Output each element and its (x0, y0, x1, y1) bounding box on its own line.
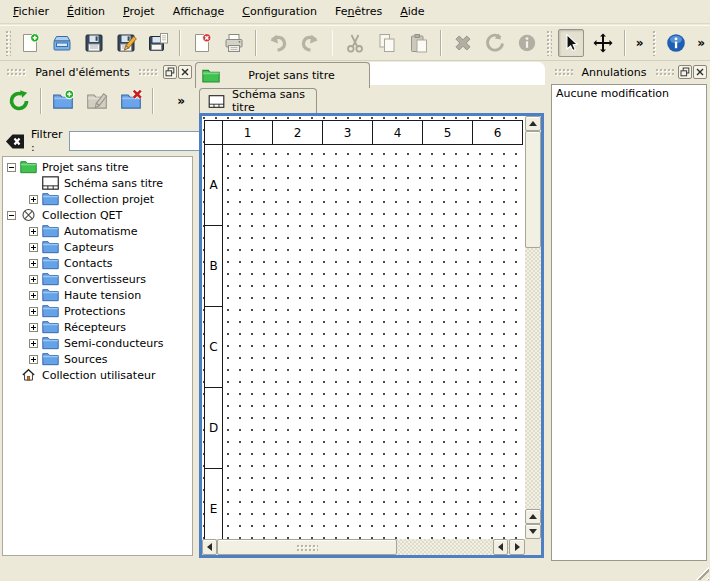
tree-item-capteurs[interactable]: Capteurs (3, 239, 192, 255)
expand-expander-icon[interactable] (29, 339, 38, 348)
vertical-scrollbar[interactable] (525, 116, 541, 539)
toolbar-drag-handle[interactable] (5, 30, 11, 56)
tree-item-contacts[interactable]: Contacts (3, 255, 192, 271)
dock-close-button[interactable] (693, 65, 707, 79)
tree-item-projet-sans-titre[interactable]: Projet sans titre (3, 159, 192, 175)
dock-drag-grip[interactable] (6, 68, 27, 76)
expand-expander-icon[interactable] (29, 355, 38, 364)
tree-item-recepteurs[interactable]: Récepteurs (3, 319, 192, 335)
close-file-button[interactable] (189, 29, 215, 57)
menu-affichage[interactable]: Affichage (164, 2, 234, 21)
tree-item-automatisme[interactable]: Automatisme (3, 223, 192, 239)
new-document-button[interactable] (17, 29, 43, 57)
expand-expander-icon[interactable] (29, 259, 38, 268)
diagram-canvas[interactable]: 123456ABCDE (202, 116, 525, 539)
dock-drag-grip[interactable] (138, 68, 159, 76)
scroll-left-button[interactable] (202, 539, 217, 555)
about-qet-button[interactable] (663, 29, 689, 57)
expand-expander-icon[interactable] (29, 195, 38, 204)
tree-item-haute-tension[interactable]: Haute tension (3, 287, 192, 303)
reload-collections-button[interactable] (5, 87, 33, 115)
folder-new-icon (51, 89, 75, 113)
toolbar-drag-handle[interactable] (652, 30, 658, 56)
open-document-button[interactable] (49, 29, 75, 57)
expand-expander-icon[interactable] (29, 307, 38, 316)
dock-drag-grip[interactable] (554, 68, 573, 76)
toolbar-separator (40, 88, 42, 114)
collapse-expander-icon[interactable] (7, 163, 16, 172)
scroll-left-button-2[interactable] (493, 539, 508, 555)
toolbar-overflow-2[interactable]: » (692, 36, 710, 50)
copy-button (374, 29, 400, 57)
tree-item-semi-conducteurs[interactable]: Semi-conducteurs (3, 335, 192, 351)
tab-schema[interactable]: Schéma sans titre (199, 88, 317, 113)
collapse-expander-icon[interactable] (7, 211, 16, 220)
tree-item-collection-qet[interactable]: Collection QET (3, 207, 192, 223)
selection-mode-button[interactable] (558, 29, 584, 57)
scroll-up-button-2[interactable] (525, 509, 541, 524)
project-tab-label: Projet sans titre (220, 69, 363, 82)
menubar: FichierÉditionProjetAffichageConfigurati… (0, 0, 710, 24)
undo-history-item[interactable]: Aucune modification (552, 85, 706, 102)
expand-expander-icon[interactable] (29, 243, 38, 252)
horizontal-scroll-thumb[interactable] (217, 539, 397, 555)
schema-tab-label: Schéma sans titre (232, 88, 308, 114)
menu-projet[interactable]: Projet (114, 2, 164, 21)
column-header-1: 1 (222, 120, 273, 145)
folder-blue-icon (42, 272, 59, 286)
expand-expander-icon[interactable] (29, 291, 38, 300)
paste-button (406, 29, 432, 57)
menu-fenetres[interactable]: Fenêtres (326, 2, 391, 21)
column-header-6: 6 (472, 120, 523, 145)
main-toolbar: »» (0, 25, 710, 61)
elements-panel-titlebar[interactable]: Panel d'éléments (0, 62, 195, 82)
save-as-button[interactable] (113, 29, 139, 57)
horizontal-scrollbar[interactable] (202, 539, 525, 555)
menu-edition[interactable]: Édition (58, 2, 114, 21)
save-button[interactable] (81, 29, 107, 57)
printer-icon (223, 32, 245, 54)
row-header-C: C (204, 306, 223, 388)
undo-history-list[interactable]: Aucune modification (551, 84, 707, 561)
pan-mode-button[interactable] (590, 29, 616, 57)
tree-item-protections[interactable]: Protections (3, 303, 192, 319)
print-button[interactable] (221, 29, 247, 57)
tree-item-collection-projet[interactable]: Collection projet (3, 191, 192, 207)
doc-close-icon (191, 32, 213, 54)
clear-filter-button[interactable] (5, 133, 25, 150)
toolbar-overflow[interactable]: » (631, 36, 649, 50)
undo-panel-titlebar[interactable]: Annulations (548, 62, 710, 82)
menu-aide[interactable]: Aide (391, 2, 433, 21)
tab-project[interactable]: Projet sans titre (195, 62, 370, 88)
tree-item-sources[interactable]: Sources (3, 351, 192, 367)
dock-drag-grip[interactable] (655, 68, 674, 76)
edit-category-button (83, 87, 111, 115)
menu-fichier[interactable]: Fichier (4, 2, 58, 21)
info-blue-icon (665, 32, 687, 54)
tree-item-label: Collection QET (42, 209, 122, 222)
menu-configuration[interactable]: Configuration (233, 2, 326, 21)
tree-item-collection-utilisateur[interactable]: Collection utilisateur (3, 367, 192, 383)
expand-expander-icon[interactable] (29, 275, 38, 284)
dock-close-button[interactable] (178, 65, 192, 79)
vertical-scroll-thumb[interactable] (525, 131, 541, 248)
folder-blue-icon (42, 256, 59, 270)
folder-blue-icon (42, 288, 59, 302)
expand-expander-icon[interactable] (29, 323, 38, 332)
tree-item-convertisseurs[interactable]: Convertisseurs (3, 271, 192, 287)
expand-expander-icon[interactable] (29, 227, 38, 236)
tree-item-label: Collection projet (64, 193, 154, 206)
dock-float-button[interactable] (678, 65, 692, 79)
save-all-button[interactable] (145, 29, 171, 57)
panel-tools-overflow[interactable]: » (177, 94, 185, 108)
dock-float-button[interactable] (163, 65, 177, 79)
delete-category-button[interactable] (117, 87, 145, 115)
scroll-down-button[interactable] (525, 524, 541, 539)
toolbar-drag-handle[interactable] (546, 30, 552, 56)
rotate-button (482, 29, 508, 57)
tree-item-schema-sans-titre[interactable]: Schéma sans titre (3, 175, 192, 191)
scroll-up-button[interactable] (525, 116, 541, 131)
scroll-right-button[interactable] (509, 539, 525, 555)
new-category-button[interactable] (49, 87, 77, 115)
row-header-A: A (204, 144, 223, 226)
